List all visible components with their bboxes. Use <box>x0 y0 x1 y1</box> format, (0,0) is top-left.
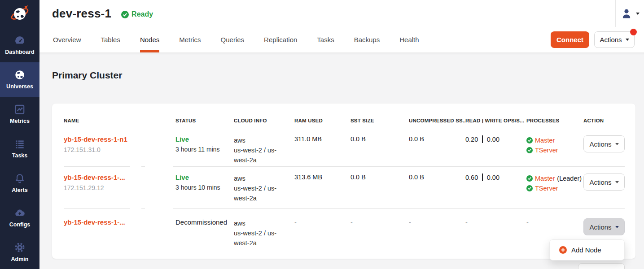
cloud-provider: aws <box>234 220 245 227</box>
cloud-region: us-west-2 / us-west-2a <box>234 185 276 202</box>
menu-item-add-node[interactable]: Add Node <box>571 246 601 254</box>
check-circle-icon <box>526 175 533 182</box>
col-header-cloud[interactable]: CLOUD INFO <box>234 118 294 123</box>
value-separator <box>482 174 483 181</box>
tab-replication[interactable]: Replication <box>264 27 297 52</box>
sidebar-item-alerts[interactable]: Alerts <box>0 165 39 200</box>
sst-size-value: - <box>350 218 409 259</box>
check-circle-icon <box>526 137 533 143</box>
tab-overview[interactable]: Overview <box>53 27 81 52</box>
ram-used-value: 311.0 MB <box>294 135 350 166</box>
value-separator <box>482 135 483 143</box>
node-actions-button[interactable]: Actions <box>583 135 625 152</box>
sst-size-value: 0.0 B <box>350 135 409 166</box>
sst-size-value: 0.0 B <box>350 174 409 208</box>
sidebar-item-label: Universes <box>6 83 33 90</box>
sidebar-item-tasks[interactable]: Tasks <box>0 131 39 166</box>
top-header: dev-ress-1 Ready Overvie <box>39 0 644 52</box>
tab-backups[interactable]: Backups <box>354 27 380 52</box>
sidebar-item-label: Alerts <box>12 187 27 193</box>
sidebar-item-label: Tasks <box>12 152 28 159</box>
col-header-read-write[interactable]: READ | WRITE OPS/S... <box>465 118 526 123</box>
node-actions-button[interactable]: Actions <box>583 174 625 191</box>
node-status: Decommissioned <box>175 218 234 226</box>
planet-rocket-icon <box>9 4 30 24</box>
sidebar-item-dashboard[interactable]: Dashboard <box>0 28 39 62</box>
configs-cloud-icon <box>14 207 26 219</box>
col-header-name[interactable]: NAME <box>64 118 175 123</box>
chevron-down-icon <box>636 13 640 15</box>
node-uptime: 3 hours 11 mins <box>175 146 234 153</box>
read-ops-value: 0.20 <box>465 136 478 143</box>
master-link[interactable]: Master <box>535 135 555 145</box>
node-actions-button-open[interactable]: Actions <box>583 218 625 235</box>
process-master: Master (Leader) <box>526 174 583 183</box>
read-write-value: - <box>465 218 526 259</box>
tab-tables[interactable]: Tables <box>101 27 120 52</box>
process-tserver: TServer <box>526 145 583 155</box>
chevron-down-icon <box>626 39 629 41</box>
check-circle-icon <box>526 147 533 153</box>
tab-queries[interactable]: Queries <box>221 27 245 52</box>
cloud-region: us-west-2 / us-west-2a <box>234 147 276 164</box>
node-ip: 172.151.29.12 <box>64 184 175 191</box>
main-content: Primary Cluster NAME STATUS CLOUD INFO R… <box>39 52 644 269</box>
universe-tabs: Overview Tables Nodes Metrics Queries Re… <box>39 27 644 52</box>
sidebar-item-universes[interactable]: Universes <box>0 62 39 97</box>
sidebar-item-label: Configs <box>9 221 31 228</box>
chevron-down-icon <box>615 226 619 228</box>
node-name-link[interactable]: yb-15-dev-ress-1-... <box>64 174 175 181</box>
cloud-provider: aws <box>234 137 245 144</box>
page-title: Primary Cluster <box>52 70 635 81</box>
col-header-status[interactable]: STATUS <box>175 118 234 123</box>
ram-used-value: 313.6 MB <box>294 174 350 208</box>
uncompressed-value: 0.0 B <box>409 174 465 208</box>
chevron-down-icon <box>615 143 619 145</box>
node-status: Live <box>175 135 234 143</box>
notification-dot <box>630 29 637 35</box>
node-name-link[interactable]: yb-15-dev-ress-1-... <box>64 218 175 226</box>
table-row: yb-15-dev-ress-1-... Decommissioned awsu… <box>52 209 635 259</box>
process-master: Master <box>526 135 583 145</box>
tab-health[interactable]: Health <box>399 27 419 52</box>
col-header-uncompressed[interactable]: UNCOMPRESSED SS... <box>409 118 465 123</box>
col-header-processes[interactable]: PROCESSES <box>526 118 583 123</box>
node-ip: 172.151.31.0 <box>64 146 175 153</box>
admin-gear-icon <box>14 242 26 253</box>
cloud-region: us-west-2 / us-west-2a <box>234 230 276 247</box>
tasks-list-icon <box>14 138 26 150</box>
table-row: yb-15-dev-ress-1-n1 172.151.31.0 Live 3 … <box>52 129 635 166</box>
sidebar-item-label: Metrics <box>10 118 30 124</box>
col-header-ram[interactable]: RAM USED <box>294 118 350 123</box>
tab-tasks[interactable]: Tasks <box>317 27 334 52</box>
col-header-action[interactable]: ACTION <box>583 118 625 123</box>
node-name-link[interactable]: yb-15-dev-ress-1-n1 <box>64 135 175 143</box>
sidebar-item-metrics[interactable]: Metrics <box>0 97 39 131</box>
write-ops-value: 0.00 <box>487 136 499 143</box>
tab-nodes[interactable]: Nodes <box>140 27 159 52</box>
sidebar-item-label: Dashboard <box>5 49 34 55</box>
check-circle-icon <box>121 11 129 18</box>
tserver-link[interactable]: TServer <box>535 145 558 155</box>
process-tserver: TServer <box>526 183 583 193</box>
tab-metrics[interactable]: Metrics <box>179 27 201 52</box>
user-menu[interactable] <box>615 0 644 27</box>
plus-circle-icon <box>559 246 567 254</box>
connect-button[interactable]: Connect <box>551 31 589 48</box>
uncompressed-value: - <box>409 218 465 259</box>
clipped-button-fragment <box>578 263 625 269</box>
dashboard-gauge-icon <box>14 35 26 46</box>
master-link[interactable]: Master <box>535 174 555 183</box>
universes-globe-icon <box>14 69 26 81</box>
alerts-bell-icon <box>14 173 26 184</box>
sidebar-item-admin[interactable]: Admin <box>0 234 39 269</box>
ram-used-value: - <box>294 218 350 259</box>
tserver-link[interactable]: TServer <box>535 183 558 193</box>
col-header-sst[interactable]: SST SIZE <box>350 118 409 123</box>
metrics-chart-icon <box>14 104 26 115</box>
universe-actions-button[interactable]: Actions <box>594 31 635 48</box>
uncompressed-value: 0.0 B <box>409 135 465 166</box>
cloud-provider: aws <box>234 175 245 182</box>
yugabyte-logo[interactable] <box>0 0 39 28</box>
sidebar-item-configs[interactable]: Configs <box>0 200 39 234</box>
